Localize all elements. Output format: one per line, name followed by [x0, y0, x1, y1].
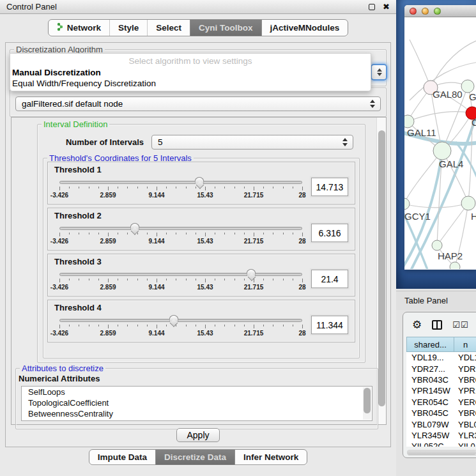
tab-label: Impute Data: [98, 452, 147, 462]
slider-track[interactable]: [59, 227, 302, 230]
dropdown-option-equal-width-frequency[interactable]: Equal Width/Frequency Discretization: [10, 78, 371, 89]
network-node-ga[interactable]: [461, 80, 474, 93]
table-row[interactable]: YBL079WYBL0: [406, 418, 476, 429]
table-data-combobox[interactable]: galFiltered.sif default node: [15, 96, 381, 111]
minimize-traffic-light-icon[interactable]: [422, 8, 429, 15]
network-node[interactable]: [450, 262, 460, 269]
horizontal-scrollbar[interactable]: [407, 450, 476, 456]
tab-impute-data[interactable]: Impute Data: [89, 450, 155, 464]
threshold-4-slider[interactable]: -3.4262.8599.14415.4321.71528: [59, 314, 302, 340]
threshold-1-slider[interactable]: -3.4262.8599.14415.4321.71528: [59, 176, 302, 202]
dropdown-placeholder[interactable]: Select algorithm to view settings: [10, 55, 371, 67]
slider-tick-label: 28: [298, 192, 305, 199]
tab-label: Style: [118, 23, 139, 33]
network-node-gal4[interactable]: [433, 142, 451, 160]
dropdown-option-manual-discretization[interactable]: Manual Discretization: [10, 67, 371, 78]
table-row[interactable]: YBR045CYBR0: [406, 408, 476, 418]
network-node-gcy1[interactable]: [404, 198, 410, 210]
network-node-label: GAL11: [407, 127, 436, 138]
close-traffic-light-icon[interactable]: [410, 8, 417, 15]
table-row[interactable]: YDL19...YDL1: [406, 352, 476, 363]
slider-tick-label: -3.426: [50, 238, 68, 245]
control-panel-titlebar: Control Panel ✖: [0, 0, 396, 14]
network-canvas[interactable]: GAL80GACGAL11GAL4GCY1HHAP2: [404, 17, 476, 269]
column-header-name[interactable]: n: [454, 337, 476, 352]
slider-tick-label: 21.715: [244, 238, 264, 245]
tab-cyni-toolbox[interactable]: Cyni Toolbox: [190, 20, 261, 36]
table-cell: YBL0: [454, 420, 476, 429]
network-view-frame: GAL80GACGAL11GAL4GCY1HHAP2: [396, 0, 476, 289]
network-node-hap2[interactable]: [432, 240, 442, 250]
float-window-icon[interactable]: [369, 4, 375, 10]
table-data-selected-value: galFiltered.sif default node: [22, 99, 123, 109]
node-table: shared... n YDL19...YDL1YDR27...YDR2YBR0…: [406, 337, 476, 447]
network-icon: [57, 22, 64, 33]
table-row[interactable]: YDR27...YDR2: [406, 363, 476, 374]
bottom-tabbar: Impute Data Discretize Data Infer Networ…: [0, 449, 396, 465]
slider-scale-labels: -3.4262.8599.14415.4321.71528: [59, 192, 302, 199]
numerical-attributes-list: SelfLoops TopologicalCoefficient Between…: [21, 386, 372, 421]
control-panel: Control Panel ✖ Network Style: [0, 0, 396, 476]
slider-thumb[interactable]: [195, 177, 204, 184]
tab-style[interactable]: Style: [109, 20, 147, 36]
scrollbar-thumb[interactable]: [364, 388, 371, 413]
close-icon[interactable]: ✖: [383, 3, 390, 11]
table-row[interactable]: YLR345WYLR3: [406, 430, 476, 441]
tab-infer-network[interactable]: Infer Network: [234, 450, 307, 464]
network-node-gal11[interactable]: [404, 115, 414, 128]
slider-track[interactable]: [59, 273, 302, 276]
slider-ticks: [59, 187, 302, 191]
slider-track[interactable]: [59, 319, 302, 322]
slider-track[interactable]: [59, 181, 302, 184]
table-row[interactable]: YER054CYER0: [406, 397, 476, 408]
list-item[interactable]: TopologicalCoefficient: [22, 397, 372, 408]
table-row[interactable]: YPR145WYPR1: [406, 385, 476, 396]
select-columns-checkboxes-icon[interactable]: ☑☑: [452, 320, 468, 330]
slider-ticks: [59, 325, 302, 329]
stepper-up-icon: [377, 68, 382, 72]
settings-gear-icon[interactable]: ⚙: [412, 318, 422, 332]
list-scrollbar[interactable]: [363, 387, 371, 420]
threshold-2-slider[interactable]: -3.4262.8599.14415.4321.71528: [59, 222, 302, 248]
split-columns-icon[interactable]: [432, 320, 442, 330]
algorithm-combobox-stepper[interactable]: [371, 64, 387, 81]
scrollbar-thumb[interactable]: [378, 130, 385, 406]
table-cell: YDL1: [454, 353, 476, 362]
network-node-h[interactable]: [461, 196, 475, 210]
stepper-icon: [369, 97, 376, 111]
slider-tick-label: 28: [298, 238, 305, 245]
threshold-2-value-field[interactable]: 6.316: [311, 224, 348, 242]
slider-tick-label: 9.144: [148, 238, 164, 245]
tab-jactivemnodules[interactable]: jActiveMNodules: [261, 20, 348, 36]
slider-tick-label: 2.859: [100, 238, 116, 245]
table-cell: YER054C: [406, 397, 454, 407]
number-of-intervals-combobox[interactable]: 5: [151, 135, 353, 150]
scrollbar-thumb[interactable]: [408, 450, 476, 455]
list-item[interactable]: SelfLoops: [22, 387, 372, 397]
stepper-icon: [342, 135, 348, 149]
table-row[interactable]: YBR043CYBR0: [406, 374, 476, 385]
slider-thumb[interactable]: [169, 315, 178, 322]
column-header-shared-name[interactable]: shared...: [406, 337, 454, 352]
table-cell: YER0: [454, 397, 476, 407]
tab-select[interactable]: Select: [147, 20, 190, 36]
slider-thumb[interactable]: [130, 223, 139, 230]
bottom-tab-control: Impute Data Discretize Data Infer Networ…: [89, 449, 307, 465]
list-item[interactable]: BetweennessCentrality: [22, 408, 372, 419]
threshold-3-slider[interactable]: -3.4262.8599.14415.4321.71528: [59, 268, 302, 294]
threshold-4-value-field[interactable]: 11.344: [311, 316, 348, 334]
apply-button[interactable]: Apply: [176, 428, 220, 442]
table-row[interactable]: YIL052CYIL0: [406, 441, 476, 447]
table-toolbar: ⚙ ☑☑: [403, 312, 476, 337]
table-rows: YDL19...YDL1YDR27...YDR2YBR043CYBR0YPR14…: [406, 352, 476, 447]
zoom-traffic-light-icon[interactable]: [434, 8, 441, 15]
table-cell: YIL052C: [406, 441, 454, 447]
table-cell: YBR043C: [406, 375, 454, 385]
slider-tick-label: 9.144: [148, 284, 164, 291]
threshold-1-value-field[interactable]: 14.713: [311, 178, 348, 196]
tab-network[interactable]: Network: [49, 20, 109, 36]
slider-thumb[interactable]: [247, 269, 256, 276]
threshold-3-value-field[interactable]: 21.4: [311, 270, 348, 288]
tab-discretize-data[interactable]: Discretize Data: [155, 450, 234, 464]
slider-scale-labels: -3.4262.8599.14415.4321.71528: [59, 284, 302, 291]
